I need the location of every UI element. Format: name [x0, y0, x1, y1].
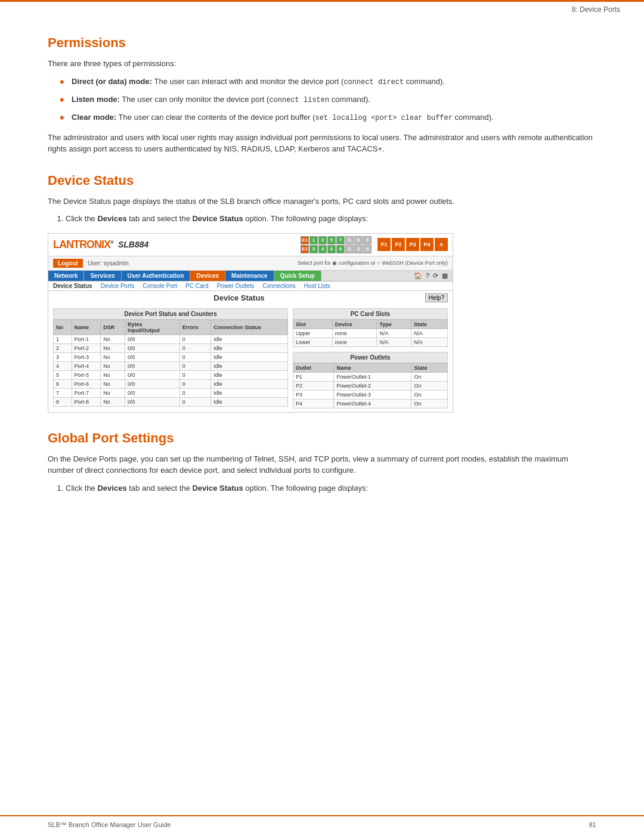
bullet-direct: Direct (or data) mode: The user can inte…	[60, 76, 596, 88]
pa-button[interactable]: A	[435, 238, 448, 251]
pc-card-table: Slot Device Type State UppernoneN/AN/ALo…	[293, 320, 448, 347]
tab-services[interactable]: Services	[84, 271, 121, 281]
po-col-name: Name	[334, 363, 411, 372]
port-s5: S	[354, 245, 363, 253]
p1-button[interactable]: P1	[377, 238, 391, 251]
p3-button[interactable]: P3	[406, 238, 419, 251]
subnav-host-lists[interactable]: Host Lists	[304, 283, 330, 289]
grid-icon[interactable]: ▦	[442, 272, 448, 280]
table-row: 5Port-5No0/00Idle	[54, 370, 288, 379]
table-row: 6Port-6No0/00Idle	[54, 379, 288, 388]
pc-col-slot: Slot	[293, 320, 333, 329]
subnav-connections[interactable]: Connections	[262, 283, 296, 289]
port-8: 8	[336, 245, 345, 253]
device-status-intro: The Device Status page displays the stat…	[48, 196, 596, 208]
subnav-pc-card[interactable]: PC Card	[185, 283, 208, 289]
right-tables: PC Card Slots Slot Device Type State Upp…	[293, 308, 448, 408]
col-no: No	[54, 320, 72, 335]
chapter-header: 8: Device Ports	[0, 0, 644, 17]
table-row: 2Port-2No0/00Idle	[54, 343, 288, 352]
footer: SLB™ Branch Office Manager User Guide 81	[0, 815, 644, 833]
col-errors: Errors	[179, 320, 210, 335]
permissions-title: Permissions	[48, 35, 596, 51]
subnav-device-ports[interactable]: Device Ports	[101, 283, 135, 289]
tab-quick-setup[interactable]: Quick Setup	[274, 271, 321, 281]
port-s3: S	[363, 236, 371, 244]
table-row: P4PowerOutlet-4On	[293, 399, 448, 408]
port-status-table: No Name DSR BytesInput/Output Errors Con…	[53, 320, 288, 407]
home-icon[interactable]: 🏠	[414, 272, 422, 280]
port-indicator-grid: E1 1 3 5 7 S S S E2 2 4 6 8 S S S	[301, 236, 371, 253]
header-right: E1 1 3 5 7 S S S E2 2 4 6 8 S S S	[301, 236, 448, 253]
screenshot-header: LANTRONIX® SLB884 E1 1 3 5 7 S S S E2 2 …	[48, 234, 453, 256]
pc-col-type: Type	[377, 320, 411, 329]
global-port-title: Global Port Settings	[48, 431, 596, 446]
table-row: P3PowerOutlet-3On	[293, 390, 448, 399]
pc-col-device: Device	[332, 320, 377, 329]
col-dsr: DSR	[101, 320, 125, 335]
global-port-steps: Click the Devices tab and select the Dev…	[66, 482, 596, 494]
device-status-title: Device Status	[48, 173, 596, 188]
device-model: SLB884	[118, 240, 148, 249]
subnav-power-outlets[interactable]: Power Outlets	[216, 283, 254, 289]
port-s6: S	[363, 245, 371, 253]
lantronix-logo: LANTRONIX®	[53, 239, 113, 251]
port-6: 6	[327, 245, 336, 253]
table-row: 4Port-4No0/00Idle	[54, 361, 288, 370]
global-port-intro: On the Device Ports page, you can set up…	[48, 453, 596, 476]
port-s2: S	[354, 236, 363, 244]
col-bytes: BytesInput/Output	[125, 320, 180, 335]
footer-right: 81	[589, 821, 596, 828]
subnav-console-port[interactable]: Console Port	[143, 283, 177, 289]
sub-nav: Device Status Device Ports Console Port …	[48, 281, 453, 291]
footer-left: SLB™ Branch Office Manager User Guide	[48, 821, 171, 828]
port-e2: E2	[301, 245, 309, 253]
p2-button[interactable]: P2	[392, 238, 405, 251]
permissions-paragraph: The administrator and users with local u…	[48, 132, 596, 155]
table-row: 1Port-1No0/00Idle	[54, 335, 288, 343]
port-s4: S	[345, 245, 354, 253]
port-2: 2	[309, 245, 318, 253]
table-row: 8Port-8No0/00Idle	[54, 397, 288, 406]
tab-user-auth[interactable]: User Authentication	[122, 271, 191, 281]
po-col-state: State	[411, 363, 448, 372]
port-s1: S	[345, 236, 354, 244]
power-outlets-header: Power Outlets	[293, 352, 448, 363]
subnav-device-status[interactable]: Device Status	[53, 283, 92, 289]
select-port-text: Select port for ◉ configuration or ○ Web…	[298, 260, 448, 266]
help-icon[interactable]: ?	[426, 272, 429, 279]
user-label: User: sysadmin	[88, 260, 129, 267]
power-outlets-table: Outlet Name State P1PowerOutlet-1OnP2Pow…	[293, 363, 448, 408]
help-button[interactable]: Help?	[425, 293, 448, 302]
col-conn-status: Connection Status	[211, 320, 288, 335]
global-port-step1: Click the Devices tab and select the Dev…	[66, 482, 596, 494]
page-title: Device Status	[53, 293, 425, 302]
tab-devices[interactable]: Devices	[190, 271, 225, 281]
device-status-step1: Click the Devices tab and select the Dev…	[66, 213, 596, 225]
table-row: P2PowerOutlet-2On	[293, 381, 448, 390]
tables-area: Device Port Status and Counters No Name …	[48, 305, 453, 412]
logout-button[interactable]: Logout	[53, 259, 83, 268]
tab-network[interactable]: Network	[48, 271, 84, 281]
chapter-title: 8: Device Ports	[572, 5, 620, 14]
page-title-row: Device Status Help?	[48, 291, 453, 305]
table-row: 3Port-3No0/00Idle	[54, 352, 288, 361]
port-4: 4	[318, 245, 327, 253]
logout-row: Logout User: sysadmin Select port for ◉ …	[48, 256, 453, 271]
bullet-listen: Listen mode: The user can only monitor t…	[60, 94, 596, 106]
nav-tabs: Network Services User Authentication Dev…	[48, 271, 453, 281]
tab-maintenance[interactable]: Maintenance	[225, 271, 274, 281]
p-buttons-group: P1 P2 P3 P4 A	[377, 238, 448, 251]
refresh-icon[interactable]: ⟳	[433, 272, 438, 280]
p4-button[interactable]: P4	[420, 238, 434, 251]
port-status-header: Device Port Status and Counters	[53, 308, 288, 320]
permissions-intro: There are three types of permissions:	[48, 58, 596, 70]
pc-col-state: State	[411, 320, 448, 329]
table-row: LowernoneN/AN/A	[293, 337, 448, 346]
table-row: 7Port-7No0/00Idle	[54, 388, 288, 397]
port-1: 1	[309, 236, 318, 244]
port-5: 5	[327, 236, 336, 244]
permissions-list: Direct (or data) mode: The user can inte…	[60, 76, 596, 123]
port-7: 7	[336, 236, 345, 244]
bullet-clear: Clear mode: The user can clear the conte…	[60, 112, 596, 123]
